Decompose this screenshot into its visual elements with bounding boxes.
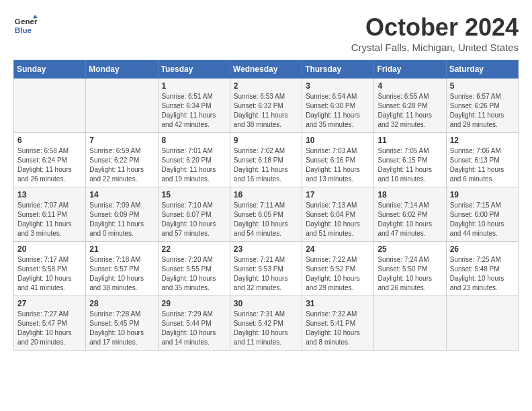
day-info: Sunrise: 6:54 AMSunset: 6:30 PMDaylight:… <box>306 92 370 130</box>
day-number: 26 <box>450 244 515 254</box>
calendar-cell: 12Sunrise: 7:06 AMSunset: 6:13 PMDayligh… <box>446 133 518 187</box>
logo: General Blue <box>13 13 38 38</box>
calendar-cell: 9Sunrise: 7:02 AMSunset: 6:18 PMDaylight… <box>230 133 302 187</box>
calendar-cell: 13Sunrise: 7:07 AMSunset: 6:11 PMDayligh… <box>14 187 86 242</box>
day-info: Sunrise: 7:32 AMSunset: 5:41 PMDaylight:… <box>306 310 370 347</box>
calendar-header: Sunday Monday Tuesday Wednesday Thursday… <box>14 60 519 79</box>
calendar-body: 1Sunrise: 6:51 AMSunset: 6:34 PMDaylight… <box>14 79 519 351</box>
calendar-cell: 22Sunrise: 7:20 AMSunset: 5:55 PMDayligh… <box>158 242 230 296</box>
calendar-cell: 24Sunrise: 7:22 AMSunset: 5:52 PMDayligh… <box>302 242 374 296</box>
calendar-week-4: 20Sunrise: 7:17 AMSunset: 5:58 PMDayligh… <box>14 242 519 296</box>
header-tuesday: Tuesday <box>158 60 230 79</box>
calendar-cell: 3Sunrise: 6:54 AMSunset: 6:30 PMDaylight… <box>302 79 374 133</box>
calendar-cell: 19Sunrise: 7:15 AMSunset: 6:00 PMDayligh… <box>446 187 518 242</box>
calendar-cell: 6Sunrise: 6:58 AMSunset: 6:24 PMDaylight… <box>14 133 86 187</box>
calendar-cell: 18Sunrise: 7:14 AMSunset: 6:02 PMDayligh… <box>374 187 446 242</box>
day-info: Sunrise: 6:58 AMSunset: 6:24 PMDaylight:… <box>17 146 82 184</box>
day-number: 8 <box>162 136 226 145</box>
calendar-week-5: 27Sunrise: 7:27 AMSunset: 5:47 PMDayligh… <box>14 296 519 351</box>
calendar-cell: 4Sunrise: 6:55 AMSunset: 6:28 PMDaylight… <box>374 79 446 133</box>
calendar-table: Sunday Monday Tuesday Wednesday Thursday… <box>13 60 519 351</box>
day-info: Sunrise: 6:57 AMSunset: 6:26 PMDaylight:… <box>450 92 515 130</box>
calendar-cell: 7Sunrise: 6:59 AMSunset: 6:22 PMDaylight… <box>86 133 158 187</box>
day-number: 9 <box>234 136 298 145</box>
day-info: Sunrise: 7:27 AMSunset: 5:47 PMDaylight:… <box>17 310 82 347</box>
day-info: Sunrise: 7:15 AMSunset: 6:00 PMDaylight:… <box>450 201 515 238</box>
day-number: 12 <box>450 136 515 145</box>
header-saturday: Saturday <box>446 60 518 79</box>
calendar-week-3: 13Sunrise: 7:07 AMSunset: 6:11 PMDayligh… <box>14 187 519 242</box>
day-info: Sunrise: 7:20 AMSunset: 5:55 PMDaylight:… <box>162 255 226 293</box>
day-info: Sunrise: 7:17 AMSunset: 5:58 PMDaylight:… <box>17 255 82 293</box>
calendar-cell: 27Sunrise: 7:27 AMSunset: 5:47 PMDayligh… <box>14 296 86 351</box>
header-monday: Monday <box>86 60 158 79</box>
day-number: 29 <box>162 299 226 308</box>
day-number: 13 <box>17 190 82 199</box>
header-row: Sunday Monday Tuesday Wednesday Thursday… <box>14 60 519 79</box>
day-number: 7 <box>89 136 154 145</box>
calendar-cell: 5Sunrise: 6:57 AMSunset: 6:26 PMDaylight… <box>446 79 518 133</box>
header: General Blue October 2024 Crystal Falls,… <box>13 13 519 53</box>
calendar-cell: 26Sunrise: 7:25 AMSunset: 5:48 PMDayligh… <box>446 242 518 296</box>
calendar-cell: 17Sunrise: 7:13 AMSunset: 6:04 PMDayligh… <box>302 187 374 242</box>
calendar-cell: 2Sunrise: 6:53 AMSunset: 6:32 PMDaylight… <box>230 79 302 133</box>
month-title: October 2024 <box>351 13 519 42</box>
calendar-cell: 25Sunrise: 7:24 AMSunset: 5:50 PMDayligh… <box>374 242 446 296</box>
day-number: 22 <box>162 244 226 254</box>
calendar-cell <box>446 296 518 351</box>
day-info: Sunrise: 7:29 AMSunset: 5:44 PMDaylight:… <box>162 310 226 347</box>
day-number: 20 <box>17 244 82 254</box>
calendar-cell <box>374 296 446 351</box>
day-number: 27 <box>17 299 82 308</box>
day-number: 21 <box>89 244 154 254</box>
location-title: Crystal Falls, Michigan, United States <box>351 42 519 53</box>
logo-icon: General Blue <box>13 13 38 38</box>
day-info: Sunrise: 7:18 AMSunset: 5:57 PMDaylight:… <box>89 255 154 293</box>
calendar-cell: 10Sunrise: 7:03 AMSunset: 6:16 PMDayligh… <box>302 133 374 187</box>
calendar-cell: 30Sunrise: 7:31 AMSunset: 5:42 PMDayligh… <box>230 296 302 351</box>
day-info: Sunrise: 7:22 AMSunset: 5:52 PMDaylight:… <box>306 255 370 293</box>
day-number: 16 <box>234 190 298 199</box>
calendar-cell: 23Sunrise: 7:21 AMSunset: 5:53 PMDayligh… <box>230 242 302 296</box>
calendar-week-2: 6Sunrise: 6:58 AMSunset: 6:24 PMDaylight… <box>14 133 519 187</box>
calendar-cell <box>14 79 86 133</box>
day-info: Sunrise: 6:51 AMSunset: 6:34 PMDaylight:… <box>162 92 226 130</box>
header-friday: Friday <box>374 60 446 79</box>
day-number: 23 <box>234 244 298 254</box>
calendar-cell: 11Sunrise: 7:05 AMSunset: 6:15 PMDayligh… <box>374 133 446 187</box>
day-info: Sunrise: 7:28 AMSunset: 5:45 PMDaylight:… <box>89 310 154 347</box>
day-number: 24 <box>306 244 370 254</box>
day-info: Sunrise: 7:09 AMSunset: 6:09 PMDaylight:… <box>89 201 154 238</box>
day-number: 28 <box>89 299 154 308</box>
calendar-cell: 15Sunrise: 7:10 AMSunset: 6:07 PMDayligh… <box>158 187 230 242</box>
day-number: 11 <box>378 136 442 145</box>
day-info: Sunrise: 7:07 AMSunset: 6:11 PMDaylight:… <box>17 201 82 238</box>
calendar-cell: 8Sunrise: 7:01 AMSunset: 6:20 PMDaylight… <box>158 133 230 187</box>
day-number: 4 <box>378 81 442 91</box>
title-section: October 2024 Crystal Falls, Michigan, Un… <box>351 13 519 53</box>
day-number: 3 <box>306 81 370 91</box>
calendar-cell: 28Sunrise: 7:28 AMSunset: 5:45 PMDayligh… <box>86 296 158 351</box>
day-info: Sunrise: 7:31 AMSunset: 5:42 PMDaylight:… <box>234 310 298 347</box>
day-number: 10 <box>306 136 370 145</box>
day-info: Sunrise: 7:05 AMSunset: 6:15 PMDaylight:… <box>378 146 442 184</box>
calendar-cell: 21Sunrise: 7:18 AMSunset: 5:57 PMDayligh… <box>86 242 158 296</box>
calendar-cell: 14Sunrise: 7:09 AMSunset: 6:09 PMDayligh… <box>86 187 158 242</box>
calendar-cell: 1Sunrise: 6:51 AMSunset: 6:34 PMDaylight… <box>158 79 230 133</box>
header-sunday: Sunday <box>14 60 86 79</box>
day-info: Sunrise: 6:59 AMSunset: 6:22 PMDaylight:… <box>89 146 154 184</box>
day-info: Sunrise: 7:13 AMSunset: 6:04 PMDaylight:… <box>306 201 370 238</box>
calendar-week-1: 1Sunrise: 6:51 AMSunset: 6:34 PMDaylight… <box>14 79 519 133</box>
svg-text:Blue: Blue <box>15 26 32 34</box>
day-info: Sunrise: 7:24 AMSunset: 5:50 PMDaylight:… <box>378 255 442 293</box>
day-number: 18 <box>378 190 442 199</box>
day-info: Sunrise: 6:55 AMSunset: 6:28 PMDaylight:… <box>378 92 442 130</box>
day-number: 1 <box>162 81 226 91</box>
day-number: 30 <box>234 299 298 308</box>
day-info: Sunrise: 7:03 AMSunset: 6:16 PMDaylight:… <box>306 146 370 184</box>
calendar-cell <box>86 79 158 133</box>
day-info: Sunrise: 7:21 AMSunset: 5:53 PMDaylight:… <box>234 255 298 293</box>
calendar-cell: 31Sunrise: 7:32 AMSunset: 5:41 PMDayligh… <box>302 296 374 351</box>
day-number: 31 <box>306 299 370 308</box>
calendar-cell: 20Sunrise: 7:17 AMSunset: 5:58 PMDayligh… <box>14 242 86 296</box>
